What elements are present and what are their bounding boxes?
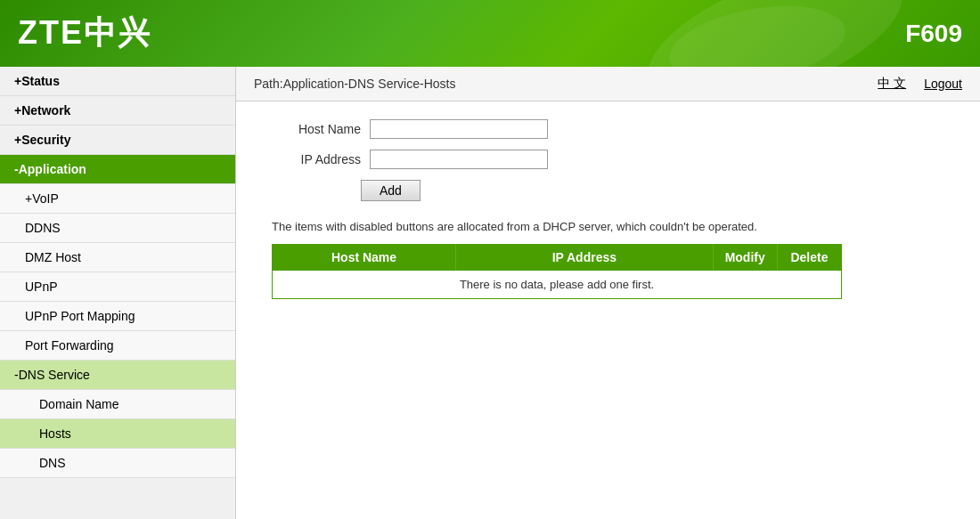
host-name-row: Host Name <box>272 119 944 139</box>
sidebar-item-dns[interactable]: DNS <box>0 449 235 478</box>
sidebar-item-port-forwarding[interactable]: Port Forwarding <box>0 331 235 361</box>
col-host-name: Host Name <box>273 245 456 271</box>
sidebar-item-upnp-port-mapping[interactable]: UPnP Port Mapping <box>0 302 235 331</box>
sidebar-item-ddns[interactable]: DDNS <box>0 214 235 243</box>
ip-address-label: IP Address <box>272 152 361 166</box>
logout-link[interactable]: Logout <box>924 77 962 91</box>
sidebar-item-domain-name[interactable]: Domain Name <box>0 390 235 419</box>
content-body: Host Name IP Address Add The items with … <box>236 101 980 317</box>
sidebar-item-hosts[interactable]: Hosts <box>0 419 235 449</box>
notice-text: The items with disabled buttons are allo… <box>272 219 842 235</box>
sidebar-item-dns-service[interactable]: -DNS Service <box>0 361 235 390</box>
sidebar-item-upnp[interactable]: UPnP <box>0 272 235 302</box>
ip-address-input[interactable] <box>370 150 548 169</box>
language-link[interactable]: 中 文 <box>878 76 906 92</box>
col-delete: Delete <box>777 245 841 271</box>
logo-text: ZTE中兴 <box>18 12 151 55</box>
sidebar-item-security[interactable]: +Security <box>0 126 235 155</box>
ip-address-row: IP Address <box>272 150 944 169</box>
logo: ZTE中兴 <box>18 12 151 55</box>
host-name-input[interactable] <box>370 119 548 139</box>
main-container: +Status +Network +Security -Application … <box>0 67 980 519</box>
content-header: Path:Application-DNS Service-Hosts 中 文 L… <box>236 67 980 101</box>
sidebar-item-dmz-host[interactable]: DMZ Host <box>0 243 235 272</box>
model-label: F609 <box>905 20 962 48</box>
sidebar-item-voip[interactable]: +VoIP <box>0 184 235 214</box>
table-header-row: Host Name IP Address Modify Delete <box>273 245 842 271</box>
table-empty-row: There is no data, please add one first. <box>273 271 842 299</box>
col-modify: Modify <box>713 245 777 271</box>
sidebar-item-network[interactable]: +Network <box>0 96 235 126</box>
add-button[interactable]: Add <box>361 180 421 201</box>
sidebar-item-status[interactable]: +Status <box>0 67 235 96</box>
sidebar: +Status +Network +Security -Application … <box>0 67 236 519</box>
breadcrumb: Path:Application-DNS Service-Hosts <box>254 77 455 91</box>
empty-message: There is no data, please add one first. <box>273 271 842 299</box>
content-area: Path:Application-DNS Service-Hosts 中 文 L… <box>236 67 980 519</box>
col-ip-address: IP Address <box>456 245 714 271</box>
add-button-row: Add <box>272 180 944 219</box>
host-name-label: Host Name <box>272 122 361 136</box>
header: ZTE中兴 F609 <box>0 0 980 67</box>
header-links: 中 文 Logout <box>878 76 962 92</box>
hosts-table: Host Name IP Address Modify Delete There… <box>272 244 842 299</box>
sidebar-item-application[interactable]: -Application <box>0 155 235 184</box>
